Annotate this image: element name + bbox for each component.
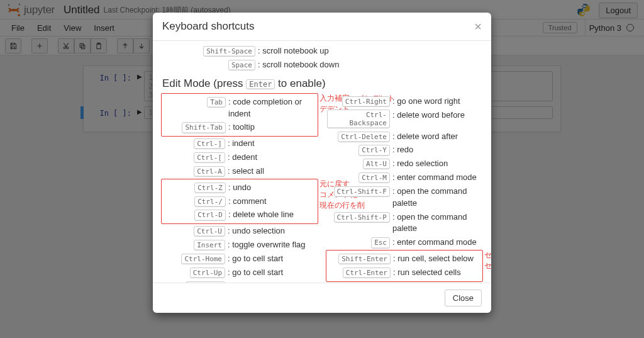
modal-title: Keyboard shortcuts bbox=[162, 20, 474, 33]
shortcut-row: Ctrl-Endgo to cell end bbox=[162, 281, 317, 283]
shortcut-row: Ctrl-Menter command mode bbox=[327, 172, 482, 184]
kbd: Shift-Enter bbox=[338, 254, 391, 264]
kbd: Shift-Tab bbox=[182, 122, 226, 133]
shortcut-desc: comment bbox=[228, 196, 316, 208]
kbd: Ctrl-[ bbox=[194, 152, 225, 163]
shortcut-desc: go one word right bbox=[392, 96, 482, 108]
kbd: Ctrl-D bbox=[194, 210, 226, 220]
shortcut-desc: enter command mode bbox=[392, 237, 482, 249]
shortcut-row: Ctrl-Uundo selection bbox=[162, 225, 317, 237]
shortcut-row: Ctrl-]indent bbox=[162, 138, 317, 150]
kbd: Ctrl-M bbox=[358, 172, 390, 183]
shortcut-row: Ctrl-Yredo bbox=[327, 144, 482, 156]
shortcut-desc: toggle overwrite flag bbox=[228, 239, 317, 251]
shortcut-desc: enter command mode bbox=[392, 172, 482, 184]
shortcut-desc: open the command palette bbox=[392, 211, 482, 235]
kbd: Ctrl-End bbox=[186, 281, 225, 283]
shortcut-row: Ctrl-Enterrun selected cells bbox=[328, 267, 481, 279]
shortcut-row: Tabcode completion or indent bbox=[163, 96, 316, 120]
shortcut-desc: scroll notebook down bbox=[258, 59, 482, 71]
shortcut-desc: dedent bbox=[228, 152, 317, 164]
shortcut-desc: go to cell end bbox=[228, 281, 317, 283]
kbd: Alt-U bbox=[363, 159, 390, 169]
kbd: Ctrl-Z bbox=[194, 183, 226, 193]
shortcut-row: Ctrl-Shift-Fopen the command palette bbox=[327, 186, 482, 210]
close-button[interactable]: Close bbox=[445, 290, 482, 307]
kbd: Ctrl-Backspace bbox=[327, 110, 390, 128]
kbd: Ctrl-Up bbox=[190, 268, 225, 278]
shortcut-row: Ctrl-Homego to cell start bbox=[162, 253, 317, 265]
shortcut-desc: open the command palette bbox=[392, 186, 482, 210]
annotation-box: Tabcode completion or indentShift-Tabtoo… bbox=[161, 93, 318, 137]
annotation-label: セルの実行セルの実行 bbox=[484, 250, 491, 271]
modal-body[interactable]: Shift-Spacescroll notebook upSpacescroll… bbox=[153, 41, 491, 283]
shortcut-row: Ctrl-Backspacedelete word before bbox=[327, 110, 482, 129]
shortcut-row: Spacescroll notebook down bbox=[192, 59, 482, 71]
annotation-box: Ctrl-ZundoCtrl-/commentCtrl-Ddelete whol… bbox=[161, 179, 318, 225]
shortcut-desc: delete word after bbox=[392, 131, 482, 143]
section-heading: Edit Mode (press Enter to enable) bbox=[162, 77, 482, 90]
shortcut-desc: redo bbox=[392, 144, 482, 156]
shortcut-desc: code completion or indent bbox=[228, 96, 316, 120]
shortcut-row: Ctrl-Deletedelete word after bbox=[327, 131, 482, 143]
kbd: Ctrl-Y bbox=[358, 145, 390, 155]
shortcut-desc: go to cell start bbox=[228, 253, 317, 265]
kbd: Ctrl-Delete bbox=[338, 132, 390, 142]
shortcut-row: Shift-Spacescroll notebook up bbox=[192, 45, 482, 57]
shortcut-row: Ctrl-[dedent bbox=[162, 152, 317, 164]
kbd: Esc bbox=[371, 237, 390, 248]
shortcut-row: Ctrl-/comment bbox=[163, 196, 316, 208]
kbd: Shift-Space bbox=[203, 46, 255, 57]
shortcut-row: Ctrl-Shift-Popen the command palette bbox=[327, 211, 482, 235]
shortcut-desc: undo selection bbox=[228, 225, 317, 237]
kbd: Ctrl-/ bbox=[194, 196, 226, 207]
shortcut-desc: delete whole line bbox=[228, 209, 316, 221]
shortcut-row: Inserttoggle overwrite flag bbox=[162, 239, 317, 251]
shortcut-row: Shift-Tabtooltip bbox=[163, 121, 316, 133]
shortcut-desc: delete word before bbox=[392, 110, 482, 121]
shortcut-row: Ctrl-Ddelete whole line bbox=[163, 209, 316, 221]
kbd: Ctrl-Home bbox=[181, 254, 225, 264]
shortcut-desc: scroll notebook up bbox=[258, 45, 482, 57]
modal-overlay[interactable]: Keyboard shortcuts × Shift-Spacescroll n… bbox=[0, 0, 644, 338]
kbd: Ctrl-Right bbox=[342, 96, 390, 107]
shortcut-row: Ctrl-Rightgo one word right bbox=[327, 96, 482, 108]
shortcut-row: Shift-Enterrun cell, select below bbox=[328, 253, 481, 265]
shortcut-desc: select all bbox=[228, 166, 317, 177]
shortcut-row: Alt-Uredo selection bbox=[327, 158, 482, 170]
kbd: Insert bbox=[194, 240, 225, 251]
shortcut-row: Ctrl-Upgo to cell start bbox=[162, 267, 317, 279]
shortcut-desc: redo selection bbox=[392, 158, 482, 170]
kbd: Space bbox=[228, 60, 255, 70]
enter-key-kbd: Enter bbox=[246, 79, 275, 89]
shortcut-desc: go to cell start bbox=[228, 267, 317, 279]
shortcut-desc: undo bbox=[228, 182, 316, 194]
shortcut-row: Escenter command mode bbox=[327, 237, 482, 249]
shortcut-desc: tooltip bbox=[228, 121, 316, 133]
kbd: Ctrl-A bbox=[194, 166, 225, 177]
shortcut-desc: indent bbox=[228, 138, 317, 150]
shortcut-row: Ctrl-Aselect all bbox=[162, 166, 317, 177]
close-icon[interactable]: × bbox=[474, 20, 482, 33]
kbd: Ctrl-Enter bbox=[343, 268, 391, 278]
kbd: Ctrl-Shift-F bbox=[334, 186, 390, 197]
kbd: Tab bbox=[207, 97, 226, 108]
shortcut-row: Ctrl-Zundo bbox=[163, 182, 316, 194]
keyboard-shortcuts-dialog: Keyboard shortcuts × Shift-Spacescroll n… bbox=[153, 13, 491, 313]
kbd: Ctrl-U bbox=[194, 226, 225, 237]
shortcut-desc: run cell, select below bbox=[393, 253, 481, 265]
shortcut-desc: run selected cells bbox=[393, 267, 481, 279]
kbd: Ctrl-] bbox=[194, 138, 225, 149]
annotation-box: Shift-Enterrun cell, select belowCtrl-En… bbox=[326, 250, 483, 282]
kbd: Ctrl-Shift-P bbox=[334, 212, 390, 223]
